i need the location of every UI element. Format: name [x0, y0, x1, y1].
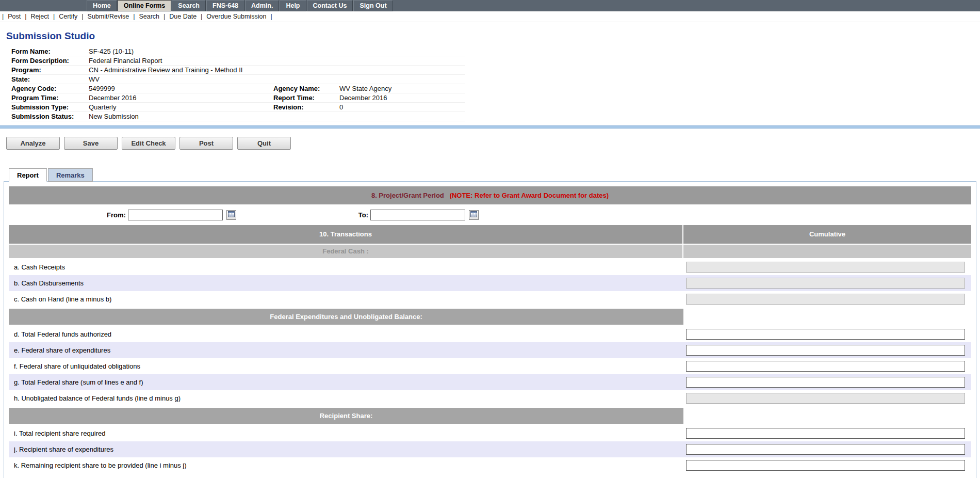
revision-value: 0	[339, 103, 465, 111]
nav-admin[interactable]: Admin.	[245, 0, 279, 11]
cumulative-input-e[interactable]	[686, 345, 965, 356]
transaction-row-e: e. Federal share of expenditures	[9, 342, 971, 358]
blue-divider	[0, 125, 980, 129]
program-time-value: December 2016	[89, 94, 273, 102]
grant-period-title: 8. Project/Grant Period	[371, 192, 444, 199]
transactions-header: 10. Transactions	[9, 225, 683, 244]
agency-name-value: WV State Agency	[339, 85, 465, 92]
nav-search[interactable]: Search	[172, 0, 206, 11]
transaction-row-h: h. Unobligated balance of Federal funds …	[9, 390, 971, 406]
nav-sign-out[interactable]: Sign Out	[353, 0, 393, 11]
transaction-row-a: a. Cash Receipts	[9, 259, 971, 275]
cumulative-input-h	[686, 393, 965, 404]
program-time-label: Program Time:	[11, 94, 89, 102]
agency-code-label: Agency Code:	[11, 85, 89, 92]
cumulative-input-f[interactable]	[686, 361, 965, 372]
program-label: Program:	[11, 66, 89, 74]
from-calendar-button[interactable]	[226, 210, 236, 220]
action-nav-bar: | Post | Reject | Certify | Submit/Revis…	[0, 11, 980, 22]
from-label: From:	[107, 211, 126, 219]
report-time-value: December 2016	[339, 94, 465, 102]
transaction-label: c. Cash on Hand (line a minus b)	[9, 295, 683, 303]
transaction-row-j: j. Recipient share of expenditures	[9, 441, 971, 457]
cumulative-input-g[interactable]	[686, 377, 965, 388]
state-value: WV	[89, 75, 273, 83]
transactions-header-row: 10. Transactions Cumulative	[9, 225, 971, 244]
transaction-row-c: c. Cash on Hand (line a minus b)	[9, 291, 971, 307]
cumulative-input-c	[686, 294, 965, 305]
edit-check-button[interactable]: Edit Check	[122, 137, 175, 150]
cumulative-header: Cumulative	[683, 225, 971, 244]
from-date-input[interactable]	[128, 210, 223, 220]
cumulative-input-k[interactable]	[686, 460, 965, 471]
cumulative-input-j[interactable]	[686, 444, 965, 455]
recipient-share-label: Recipient Share:	[9, 408, 683, 424]
federal-cash-label: Federal Cash :	[9, 245, 683, 258]
cumulative-input-b	[686, 278, 965, 289]
submission-type-value: Quarterly	[89, 103, 273, 111]
to-label: To:	[358, 211, 368, 219]
calendar-icon	[470, 211, 477, 219]
form-description-label: Form Description:	[11, 57, 89, 65]
separator: |	[270, 13, 272, 20]
form-info-row: Program: CN - Administrative Review and …	[11, 66, 465, 75]
nav-contact-us[interactable]: Contact Us	[307, 0, 353, 11]
grant-period-header: 8. Project/Grant Period (NOTE: Refer to …	[9, 186, 971, 204]
save-button[interactable]: Save	[64, 137, 118, 150]
action-submit-revise[interactable]: Submit/Revise	[84, 13, 134, 20]
form-info-row: Program Time: December 2016 Report Time:…	[11, 93, 465, 103]
action-post[interactable]: Post	[4, 13, 25, 20]
grant-period-inputs-row: From: To:	[9, 204, 971, 225]
transaction-label: k. Remaining recipient share to be provi…	[9, 461, 683, 469]
page-title: Submission Studio	[6, 30, 980, 42]
state-label: State:	[11, 75, 89, 83]
federal-expenditures-label: Federal Expenditures and Unobligated Bal…	[9, 309, 683, 325]
agency-code-value: 5499999	[89, 85, 273, 92]
nav-home[interactable]: Home	[87, 0, 117, 11]
form-info-row: State: WV	[11, 75, 465, 84]
cumulative-input-i[interactable]	[686, 428, 965, 439]
action-reject[interactable]: Reject	[27, 13, 53, 20]
transaction-label: j. Recipient share of expenditures	[9, 445, 683, 453]
action-search[interactable]: Search	[135, 13, 164, 20]
transaction-row-i: i. Total recipient share required	[9, 425, 971, 441]
form-info-row: Agency Code: 5499999 Agency Name: WV Sta…	[11, 84, 465, 93]
analyze-button[interactable]: Analyze	[6, 137, 60, 150]
transaction-label: e. Federal share of expenditures	[9, 346, 683, 354]
cumulative-input-d[interactable]	[686, 329, 965, 340]
action-due-date[interactable]: Due Date	[165, 13, 201, 20]
toolbar: Analyze Save Edit Check Post Quit	[6, 137, 980, 150]
transaction-row-f: f. Federal share of unliquidated obligat…	[9, 358, 971, 374]
nav-help[interactable]: Help	[280, 0, 306, 11]
action-certify[interactable]: Certify	[55, 13, 81, 20]
form-description-value: Federal Financial Report	[89, 57, 273, 65]
transaction-label: h. Unobligated balance of Federal funds …	[9, 394, 683, 402]
revision-label: Revision:	[273, 103, 339, 111]
form-info-row: Submission Type: Quarterly Revision: 0	[11, 103, 465, 112]
nav-online-forms[interactable]: Online Forms	[118, 0, 172, 11]
subheader-federal-expenditures: Federal Expenditures and Unobligated Bal…	[9, 309, 971, 325]
agency-name-label: Agency Name:	[273, 85, 339, 92]
tab-report[interactable]: Report	[9, 168, 47, 182]
nav-fns-648[interactable]: FNS-648	[206, 0, 244, 11]
transaction-label: d. Total Federal funds authorized	[9, 330, 683, 338]
form-name-value: SF-425 (10-11)	[89, 47, 273, 55]
quit-button[interactable]: Quit	[237, 137, 291, 150]
form-info-row: Form Name: SF-425 (10-11)	[11, 47, 465, 56]
to-calendar-button[interactable]	[469, 210, 479, 220]
transaction-row-d: d. Total Federal funds authorized	[9, 326, 971, 342]
grant-period-note: (NOTE: Refer to Grant Award Document for…	[450, 192, 609, 199]
form-info-row: Form Description: Federal Financial Repo…	[11, 56, 465, 66]
to-date-input[interactable]	[370, 210, 465, 220]
tab-remarks[interactable]: Remarks	[48, 168, 93, 182]
subheader-recipient-share: Recipient Share:	[9, 408, 971, 424]
transaction-label: g. Total Federal share (sum of lines e a…	[9, 378, 683, 386]
cumulative-input-a	[686, 262, 965, 273]
transaction-label: b. Cash Disbursements	[9, 279, 683, 287]
transaction-label: f. Federal share of unliquidated obligat…	[9, 362, 683, 370]
transaction-row-k: k. Remaining recipient share to be provi…	[9, 457, 971, 473]
action-overdue-submission[interactable]: Overdue Submission	[202, 13, 270, 20]
submission-type-label: Submission Type:	[11, 103, 89, 111]
post-button[interactable]: Post	[179, 137, 233, 150]
form-name-label: Form Name:	[11, 47, 89, 55]
